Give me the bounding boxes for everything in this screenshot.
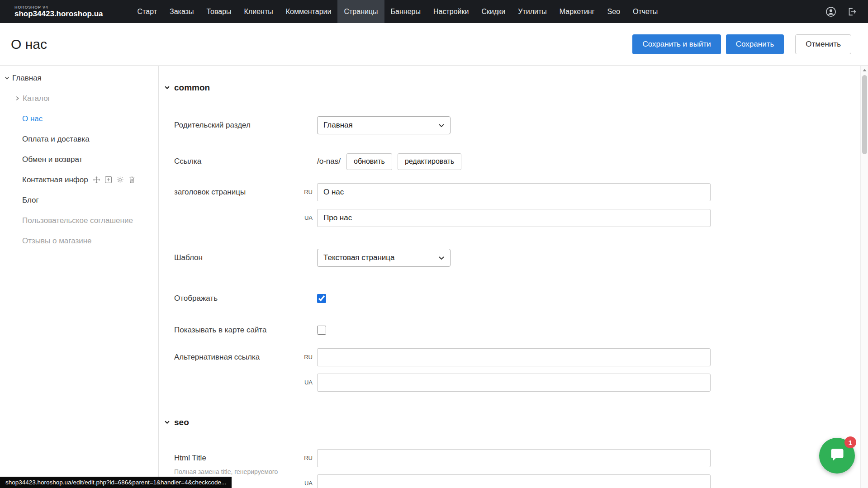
chevron-down-icon[interactable] <box>5 76 12 81</box>
section-seo[interactable]: seo <box>164 417 860 427</box>
move-icon[interactable] <box>93 176 100 184</box>
sitemap-checkbox[interactable] <box>317 326 326 335</box>
top-navbar: HOROSHOP V4 shop34423.horoshop.ua Старт … <box>0 0 868 23</box>
lang-label-ua: UA <box>301 474 317 488</box>
section-common[interactable]: common <box>164 83 860 93</box>
form-row-display: Отображать <box>174 289 860 308</box>
sidebar-item-label: Главная <box>12 74 42 83</box>
chevron-down-icon <box>164 417 170 427</box>
form-row-sitemap: Показывать в карте сайта <box>174 321 860 339</box>
nav-item-discounts[interactable]: Скидки <box>475 0 512 23</box>
nav-item-clients[interactable]: Клиенты <box>238 0 280 23</box>
sidebar-item-obmen-i-vozvrat[interactable]: Обмен и возврат <box>0 149 158 170</box>
html-title-ru-input[interactable] <box>317 449 711 467</box>
page-title-ru-input[interactable] <box>317 183 711 201</box>
link-preview-statusbar: shop34423.horoshop.ua/edit/edit.php?id=6… <box>0 477 232 488</box>
form-row-html-title: Html Title Полная замена title, генериру… <box>174 449 860 488</box>
sidebar-item-oplata-i-dostavka[interactable]: Оплата и доставка <box>0 129 158 149</box>
logout-icon[interactable] <box>846 6 857 17</box>
nav-item-pages[interactable]: Страницы <box>337 0 384 23</box>
lang-label-ua: UA <box>301 209 317 227</box>
scroll-up-arrow[interactable] <box>861 66 868 74</box>
nav-item-start[interactable]: Старт <box>131 0 163 23</box>
form-row-page-title: заголовок страницы RU UA <box>174 183 860 227</box>
form-row-link: Ссылка /o-nas/ обновить редактировать <box>174 152 860 171</box>
item-hover-actions <box>93 176 136 184</box>
page-title: О нас <box>11 37 47 52</box>
page-edit-form: common Родительский раздел Главная Ссылк… <box>159 66 860 488</box>
html-title-ua-input[interactable] <box>317 474 711 488</box>
chat-widget-button[interactable]: 1 <box>819 438 855 474</box>
logo-domain: shop34423.horoshop.ua <box>14 9 103 18</box>
edit-link-button[interactable]: редактировать <box>398 153 461 170</box>
sidebar-item-glavnaya[interactable]: Главная <box>0 68 158 88</box>
nav-item-comments[interactable]: Комментарии <box>280 0 338 23</box>
add-page-icon[interactable] <box>104 176 112 184</box>
sidebar-item-katalog[interactable]: Каталог <box>0 88 158 109</box>
scrollbar-thumb[interactable] <box>862 75 867 154</box>
nav-item-orders[interactable]: Заказы <box>163 0 200 23</box>
chat-unread-badge: 1 <box>844 436 856 448</box>
nav-item-reports[interactable]: Отчеты <box>626 0 664 23</box>
alt-link-ua-input[interactable] <box>317 374 711 392</box>
save-button[interactable]: Сохранить <box>726 34 784 54</box>
form-row-alt-link: Альтернативная ссылка RU UA <box>174 348 860 392</box>
chat-bubble-icon <box>829 447 845 464</box>
form-row-template: Шаблон Текстовая страница <box>174 249 860 267</box>
app-logo[interactable]: HOROSHOP V4 shop34423.horoshop.ua <box>14 5 103 18</box>
nav-item-seo[interactable]: Seo <box>601 0 626 23</box>
sidebar-item-label: О нас <box>22 114 43 123</box>
nav-item-settings[interactable]: Настройки <box>427 0 475 23</box>
lang-label-ru: RU <box>301 348 317 366</box>
cancel-button[interactable]: Отменить <box>795 34 851 54</box>
page-header: О нас Сохранить и выйти Сохранить Отмени… <box>0 23 868 66</box>
link-path: /o-nas/ <box>317 157 341 166</box>
sidebar-item-label: Обмен и возврат <box>22 155 82 164</box>
field-hint: Полная замена title, генерируемого <box>174 468 301 476</box>
save-and-exit-button[interactable]: Сохранить и выйти <box>632 34 721 54</box>
template-select[interactable]: Текстовая страница <box>317 249 451 267</box>
nav-item-marketing[interactable]: Маркетинг <box>553 0 601 23</box>
sidebar-item-o-nas[interactable]: О нас <box>0 109 158 129</box>
vertical-scrollbar[interactable] <box>860 66 868 488</box>
settings-gear-icon[interactable] <box>116 176 124 184</box>
nav-item-products[interactable]: Товары <box>200 0 238 23</box>
section-title: seo <box>174 417 189 427</box>
form-row-parent-section: Родительский раздел Главная <box>174 116 860 134</box>
header-actions: Сохранить и выйти Сохранить Отменить <box>632 34 851 54</box>
chevron-down-icon <box>164 83 170 93</box>
nav-item-utilities[interactable]: Утилиты <box>512 0 553 23</box>
pages-tree-sidebar: Главная Каталог О нас Оплата и доставка … <box>0 66 159 488</box>
alt-link-ru-input[interactable] <box>317 348 711 366</box>
delete-trash-icon[interactable] <box>128 176 136 184</box>
navbar-right <box>825 6 857 17</box>
sidebar-item-label: Отзывы о магазине <box>22 237 92 246</box>
lang-label-ua: UA <box>301 374 317 392</box>
select-value: Главная <box>323 121 353 130</box>
user-profile-icon[interactable] <box>825 6 836 17</box>
logo-version: HOROSHOP V4 <box>14 5 103 9</box>
lang-label-ru: RU <box>301 449 317 467</box>
field-label: Ссылка <box>174 152 301 171</box>
sidebar-item-otzyvy-o-magazine[interactable]: Отзывы о магазине <box>0 231 158 251</box>
main-menu: Старт Заказы Товары Клиенты Комментарии … <box>131 0 664 23</box>
sidebar-item-label: Контактная инфор <box>22 175 88 185</box>
refresh-link-button[interactable]: обновить <box>346 153 392 170</box>
select-value: Текстовая страница <box>323 253 395 262</box>
parent-section-select[interactable]: Главная <box>317 116 451 134</box>
page-title-ua-input[interactable] <box>317 209 711 227</box>
sidebar-item-kontaktnaya-informatsiya[interactable]: Контактная инфор <box>0 170 158 190</box>
field-label: Отображать <box>174 289 301 308</box>
sidebar-item-blog[interactable]: Блог <box>0 190 158 210</box>
chevron-down-icon <box>439 121 444 130</box>
sidebar-item-polzovatelskoe-soglashenie[interactable]: Пользовательское соглашение <box>0 210 158 231</box>
section-title: common <box>174 83 210 93</box>
chevron-right-icon[interactable] <box>15 96 23 101</box>
nav-item-banners[interactable]: Баннеры <box>384 0 427 23</box>
sidebar-item-label: Пользовательское соглашение <box>22 216 133 225</box>
field-label: Показывать в карте сайта <box>174 321 301 339</box>
field-label: Родительский раздел <box>174 116 301 134</box>
sidebar-item-label: Каталог <box>23 94 51 103</box>
display-checkbox[interactable] <box>317 294 326 303</box>
sidebar-item-label: Блог <box>22 196 39 205</box>
